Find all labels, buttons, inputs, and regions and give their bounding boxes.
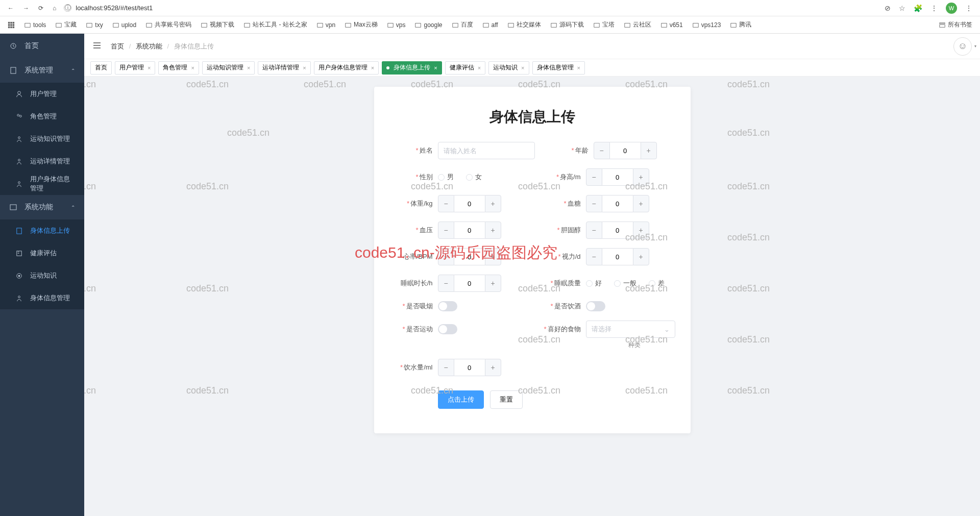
sidebar-item-user-mgmt[interactable]: 用户管理 [0, 83, 84, 105]
close-icon[interactable]: × [478, 65, 481, 71]
bookmark-item[interactable]: txy [86, 21, 103, 29]
minus-icon[interactable]: − [586, 195, 602, 212]
tab-item[interactable]: 运动知识× [488, 61, 529, 75]
close-icon[interactable]: × [434, 65, 437, 71]
bp-stepper[interactable]: −+ [438, 222, 527, 239]
bookmark-item[interactable]: 云社区 [624, 20, 651, 29]
bookmark-item[interactable]: Max云梯 [345, 20, 378, 29]
bookmark-item[interactable]: 视频下载 [201, 20, 234, 29]
radio-good[interactable]: 好 [586, 279, 602, 288]
reset-button[interactable]: 重置 [490, 390, 523, 409]
extension-icon[interactable]: 🧩 [914, 4, 922, 12]
bookmark-item[interactable]: 社交媒体 [507, 20, 541, 29]
bookmark-item[interactable]: 腾讯 [730, 20, 751, 29]
tab-item[interactable]: 用户管理× [115, 61, 155, 75]
sidebar-item-sport-detail-mgmt[interactable]: 运动详情管理 [0, 150, 84, 173]
plus-icon[interactable]: + [633, 248, 649, 265]
sport-switch[interactable] [438, 324, 457, 334]
minus-icon[interactable]: − [438, 195, 454, 212]
profile-avatar[interactable]: W [946, 3, 957, 14]
drink-switch[interactable] [586, 301, 605, 311]
plus-icon[interactable]: + [633, 222, 649, 239]
user-avatar[interactable]: ☺▾ [953, 37, 972, 56]
bookmark-item[interactable]: v651 [660, 21, 683, 29]
tab-item[interactable]: 角色管理× [158, 61, 199, 75]
close-icon[interactable]: × [303, 65, 306, 71]
breadcrumb-home[interactable]: 首页 [111, 42, 124, 50]
water-stepper[interactable]: −+ [438, 359, 527, 376]
url-text[interactable]: localhost:9528/#/test/test1 [76, 4, 153, 12]
minus-icon[interactable]: − [586, 248, 602, 265]
radio-mid[interactable]: 一般 [614, 279, 636, 288]
close-icon[interactable]: × [148, 65, 151, 71]
sidebar-item-sport-knowledge-mgmt[interactable]: 运动知识管理 [0, 128, 84, 150]
minus-icon[interactable]: − [586, 168, 602, 186]
sugar-stepper[interactable]: −+ [586, 195, 675, 212]
nav-home[interactable]: ⌂ [53, 5, 56, 12]
bookmark-item[interactable]: vpn [316, 21, 335, 29]
chol-stepper[interactable]: −+ [586, 222, 675, 239]
bookmark-item[interactable]: 共享账号密码 [145, 20, 191, 29]
plus-icon[interactable]: + [485, 359, 501, 376]
sidebar-item-role-mgmt[interactable]: 角色管理 [0, 105, 84, 128]
close-icon[interactable]: × [521, 65, 524, 71]
bookmark-item[interactable]: 源码下载 [550, 20, 584, 29]
bookmark-item[interactable]: google [414, 21, 442, 29]
password-icon[interactable]: ⊘ [885, 4, 891, 12]
close-icon[interactable]: × [247, 65, 250, 71]
plus-icon[interactable]: + [633, 168, 649, 186]
hr-stepper[interactable]: −+ [438, 248, 527, 265]
age-stepper[interactable]: −+ [594, 142, 675, 159]
plus-icon[interactable]: + [633, 195, 649, 212]
minus-icon[interactable]: − [594, 142, 610, 159]
tab-item[interactable]: 身体信息管理× [532, 61, 585, 75]
hamburger-icon[interactable] [92, 41, 102, 52]
breadcrumb-func[interactable]: 系统功能 [136, 42, 162, 50]
site-info-icon[interactable]: ⓘ [64, 4, 71, 12]
sidebar-item-sys-func[interactable]: 系统功能⌃ [0, 195, 84, 219]
plus-icon[interactable]: + [641, 142, 657, 159]
minus-icon[interactable]: − [438, 359, 454, 376]
apps-icon[interactable] [8, 21, 15, 29]
nav-back[interactable]: ← [8, 5, 14, 12]
sleep-stepper[interactable]: −+ [438, 275, 527, 292]
bookmark-item[interactable]: 宝藏 [55, 20, 77, 29]
bookmark-item[interactable]: vps [387, 21, 406, 29]
tab-item[interactable]: 健康评估× [445, 61, 485, 75]
nav-forward[interactable]: → [23, 5, 29, 12]
bookmark-item[interactable]: uplod [112, 21, 136, 29]
vision-stepper[interactable]: −+ [586, 248, 675, 265]
plus-icon[interactable]: + [485, 195, 501, 212]
all-bookmarks[interactable]: 所有书签 [939, 20, 972, 29]
close-icon[interactable]: × [577, 65, 580, 71]
submit-button[interactable]: 点击上传 [438, 390, 484, 409]
name-input[interactable] [438, 142, 535, 159]
tab-item[interactable]: 身体信息上传× [382, 61, 442, 75]
height-stepper[interactable]: −+ [586, 168, 675, 186]
star-icon[interactable]: ☆ [899, 4, 905, 12]
radio-bad[interactable]: 差 [649, 279, 665, 288]
bookmark-item[interactable]: 站长工具 - 站长之家 [243, 20, 307, 29]
weight-stepper[interactable]: −+ [438, 195, 527, 212]
close-icon[interactable]: × [371, 65, 374, 71]
close-icon[interactable]: × [191, 65, 194, 71]
sidebar-item-body-upload[interactable]: 身体信息上传 [0, 219, 84, 242]
plus-icon[interactable]: + [485, 222, 501, 239]
bookmark-item[interactable]: 宝塔 [593, 20, 615, 29]
minus-icon[interactable]: − [438, 275, 454, 292]
tab-item[interactable]: 运动知识管理× [202, 61, 255, 75]
sidebar-item-sys-mgmt[interactable]: 系统管理⌃ [0, 58, 84, 83]
food-select[interactable]: 请选择⌄ [586, 321, 675, 338]
tab-item[interactable]: 用户身体信息管理× [314, 61, 379, 75]
sidebar-item-user-body-mgmt[interactable]: 用户身体信息管理 [0, 173, 84, 195]
minus-icon[interactable]: − [438, 248, 454, 265]
sidebar-item-health-eval[interactable]: 健康评估 [0, 242, 84, 264]
radio-female[interactable]: 女 [466, 173, 482, 182]
plus-icon[interactable]: + [485, 248, 501, 265]
bookmark-item[interactable]: vps123 [692, 21, 721, 29]
minus-icon[interactable]: − [586, 222, 602, 239]
tab-item[interactable]: 首页 [90, 61, 112, 75]
plus-icon[interactable]: + [485, 275, 501, 292]
tab-item[interactable]: 运动详情管理× [258, 61, 310, 75]
sidebar-item-home[interactable]: 首页 [0, 34, 84, 58]
